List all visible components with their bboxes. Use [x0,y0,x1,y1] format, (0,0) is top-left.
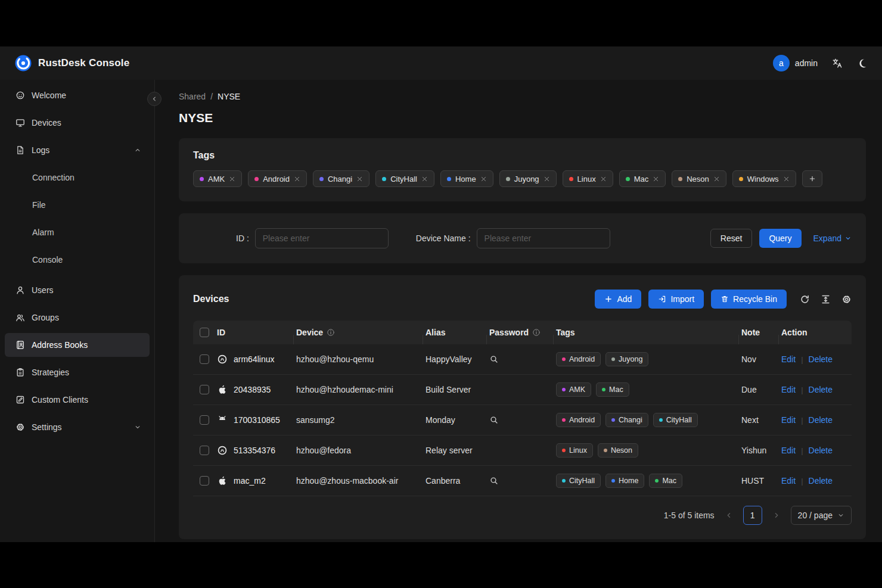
view-password-icon[interactable] [489,476,499,486]
sidebar-item-welcome[interactable]: Welcome [5,83,150,107]
remove-tag-icon[interactable] [356,176,363,182]
sidebar-item-label: Custom Clients [32,395,141,405]
remove-tag-icon[interactable] [713,176,720,182]
sidebar-item-custom-clients[interactable]: Custom Clients [5,388,150,412]
remove-tag-icon[interactable] [783,176,790,182]
row-checkbox[interactable] [200,385,209,394]
tag-pill: Changi [313,170,369,187]
query-button[interactable]: Query [759,229,801,248]
column-height-icon[interactable] [821,294,831,304]
previous-page-button[interactable] [722,507,736,524]
next-page-button[interactable] [769,507,784,524]
row-checkbox-cell [193,354,217,364]
remove-tag-icon[interactable] [653,176,659,182]
sidebar-item-alarm[interactable]: Alarm [5,220,150,244]
sidebar-item-devices[interactable]: Devices [5,111,150,135]
row-actions-cell: Edit|Delete [781,354,852,364]
action-divider: | [801,416,803,425]
apple-os-icon [217,475,228,486]
row-checkbox[interactable] [200,446,209,455]
edit-link[interactable]: Edit [781,415,796,425]
add-device-button[interactable]: Add [595,290,641,309]
edit-square-icon [15,395,25,405]
recycle-bin-button[interactable]: Recycle Bin [711,290,787,309]
import-button[interactable]: Import [648,290,704,309]
sidebar-item-label: Strategies [32,368,141,377]
row-tags-cell: AMK Mac [556,382,741,397]
reset-button[interactable]: Reset [710,229,753,248]
edit-link[interactable]: Edit [781,385,796,394]
screen: RustDesk Console a admin Welcome [0,0,882,588]
id-filter-group: ID : [236,228,389,248]
view-password-icon[interactable] [489,415,499,425]
sidebar-collapse-button[interactable] [147,92,162,106]
reload-icon[interactable] [800,294,810,304]
remove-tag-icon[interactable] [544,176,550,182]
delete-link[interactable]: Delete [809,446,833,455]
device-name-filter-label: Device Name : [416,234,471,243]
device-id-cell: mac_m2 [217,475,296,486]
id-filter-input[interactable] [255,228,389,248]
row-checkbox[interactable] [200,354,209,364]
device-name-filter-input[interactable] [477,228,610,248]
remove-tag-icon[interactable] [294,176,300,182]
edit-link[interactable]: Edit [781,476,796,486]
delete-link[interactable]: Delete [809,415,833,425]
expand-toggle[interactable]: Expand [813,234,852,243]
sidebar-item-connection[interactable]: Connection [5,166,150,189]
info-icon[interactable] [532,328,541,337]
sidebar-item-users[interactable]: Users [5,278,150,302]
device-id-cell: 1700310865 [217,415,296,425]
sidebar-item-logs[interactable]: Logs [5,138,150,162]
remove-tag-icon[interactable] [421,176,428,182]
tag-label: Juyong [619,355,642,363]
table-settings-gear-icon[interactable] [841,294,852,304]
row-tags-cell: CityHall Home Mac [556,474,741,488]
info-icon[interactable] [327,328,335,337]
delete-link[interactable]: Delete [809,354,833,364]
user-menu[interactable]: a admin [773,55,818,71]
sidebar-item-groups[interactable]: Groups [5,306,150,329]
column-header-label: Device [296,328,323,337]
sidebar-item-console[interactable]: Console [5,248,150,272]
tag-color-dot [562,357,566,361]
chevron-down-icon [837,512,844,519]
sidebar-item-settings[interactable]: Settings [5,415,150,439]
row-checkbox[interactable] [200,415,209,425]
delete-link[interactable]: Delete [809,476,833,486]
theme-moon-icon[interactable] [857,58,868,69]
column-header-device: Device [296,328,426,337]
tag-color-dot [602,388,605,391]
remove-tag-icon[interactable] [229,176,235,182]
sidebar-item-file[interactable]: File [5,193,150,217]
tag-color-dot [611,357,615,361]
page-size-select[interactable]: 20 / page [791,506,852,525]
row-checkbox[interactable] [200,476,209,486]
row-checkbox-cell [193,385,217,394]
add-tag-button[interactable] [802,170,822,187]
remove-tag-icon[interactable] [600,176,607,182]
select-all-checkbox[interactable] [200,328,209,337]
device-alias-cell: Monday [426,415,489,425]
sidebar-item-address-books[interactable]: Address Books [5,333,150,357]
edit-link[interactable]: Edit [781,446,796,455]
trash-icon [720,295,729,303]
remove-tag-icon[interactable] [480,176,487,182]
edit-link[interactable]: Edit [781,354,796,364]
sidebar-item-strategies[interactable]: Strategies [5,360,150,384]
current-page-button[interactable]: 1 [743,506,762,525]
brand: RustDesk Console [14,54,129,72]
tag-chip: Android [556,413,601,427]
tag-label: Home [619,477,638,485]
tag-chip: Changi [605,413,648,427]
breadcrumb-root[interactable]: Shared [179,92,206,101]
avatar[interactable]: a [773,55,790,71]
view-password-icon[interactable] [489,354,499,364]
device-user-cell: hzhou@hzhou-qemu [296,354,426,364]
column-header-tags: Tags [556,328,741,337]
delete-link[interactable]: Delete [809,385,833,394]
translate-icon[interactable] [832,58,843,69]
devices-card: Devices Add Import Recycle Bin [179,275,866,539]
tag-label: CityHall [569,477,595,485]
sidebar-item-label: Settings [32,422,128,432]
